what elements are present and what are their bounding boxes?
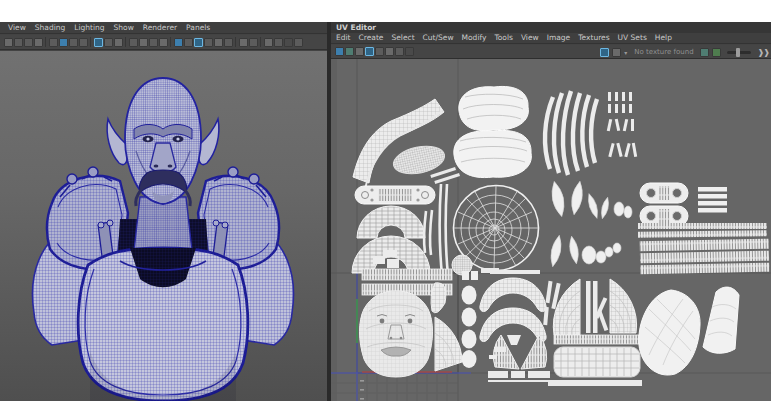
texture-view-icon[interactable] — [600, 48, 609, 57]
uv-menu-select[interactable]: Select — [391, 33, 414, 43]
uv-shell-side-fans[interactable] — [431, 283, 462, 371]
uv-canvas[interactable] — [331, 59, 771, 401]
isolate-icon[interactable] — [174, 38, 183, 47]
frame-icon[interactable] — [405, 47, 414, 56]
uv-menu-uvsets[interactable]: UV Sets — [618, 33, 647, 43]
xray-icon[interactable] — [184, 38, 193, 47]
uv-shell-torso-blobs[interactable] — [454, 86, 532, 177]
expand-chevrons-icon[interactable]: ❱❱ — [758, 48, 769, 57]
motion-blur-icon[interactable] — [159, 38, 168, 47]
viewport-toolbar — [0, 35, 327, 50]
uv-shell-curved-strips[interactable] — [545, 91, 597, 175]
viewport-menu-view[interactable]: View — [8, 23, 26, 33]
uv-menu-create[interactable]: Create — [359, 33, 384, 43]
grid-icon[interactable] — [385, 47, 394, 56]
uv-shell-hatch-bar[interactable] — [554, 335, 640, 344]
uv-toolbar-right: ▾ No texture found ❱❱ — [599, 45, 769, 59]
uv-shell-horseshoes[interactable] — [352, 206, 430, 273]
uv-shell-hatched-band-block[interactable] — [638, 223, 769, 274]
uv-shell-diamond[interactable] — [639, 290, 700, 375]
viewport-menu-renderer[interactable]: Renderer — [143, 23, 177, 33]
uv-shell-ragged-strip[interactable] — [488, 371, 550, 382]
uv-shell-dash-groups[interactable] — [607, 92, 637, 157]
dim-image-icon[interactable] — [395, 47, 404, 56]
uv-menu-modify[interactable]: Modify — [462, 33, 487, 43]
maya-screenshot: { "app": { "name": "Maya", "chrome_color… — [0, 0, 771, 411]
uv-shell-bottom-strip[interactable] — [548, 380, 642, 386]
uv-menu-help[interactable]: Help — [655, 33, 672, 43]
uv-shell-grid-box[interactable] — [554, 347, 640, 377]
select-icon[interactable] — [4, 38, 13, 47]
viewport-menu-show[interactable]: Show — [114, 23, 134, 33]
viewport-panel: View Shading Lighting Show Renderer Pane… — [0, 22, 327, 401]
texture-green-icon[interactable] — [712, 48, 721, 57]
uv-menu-view[interactable]: View — [521, 33, 539, 43]
uv-shell-bar-stack[interactable] — [698, 187, 727, 213]
gamma-icon[interactable] — [214, 38, 223, 47]
uv-editor-panel: UV Editor Edit Create Select Cut/Sew Mod… — [331, 22, 771, 401]
uv-shell-quarter-fans[interactable] — [553, 279, 636, 335]
uv-menu-tools[interactable]: Tools — [494, 33, 512, 43]
rotate-icon[interactable] — [49, 38, 58, 47]
grid-icon[interactable] — [249, 38, 258, 47]
viewport-menubar: View Shading Lighting Show Renderer Pane… — [0, 22, 327, 34]
checker-map-icon[interactable] — [365, 47, 374, 56]
exposure-slider[interactable] — [727, 51, 751, 54]
uv-shell-bent-strap[interactable] — [353, 99, 444, 189]
uv-menu-edit[interactable]: Edit — [336, 33, 351, 43]
gate-mask-icon[interactable] — [284, 38, 293, 47]
uv-shell-blob-column[interactable] — [462, 271, 479, 368]
viewport-menu-panels[interactable]: Panels — [186, 23, 210, 33]
gradient-icon[interactable] — [224, 38, 233, 47]
lighting-icon[interactable] — [129, 38, 138, 47]
shadows-icon[interactable] — [139, 38, 148, 47]
textured-icon[interactable] — [114, 38, 123, 47]
shaded-icon[interactable] — [104, 38, 113, 47]
uv-shell-fan[interactable] — [703, 287, 739, 353]
uv-distortion-icon[interactable] — [355, 47, 364, 56]
uv-shell-leaf-cluster[interactable] — [548, 180, 632, 267]
pixel-snap-icon[interactable] — [375, 47, 384, 56]
snap-grid-icon[interactable] — [69, 38, 78, 47]
uv-shade-icon[interactable] — [345, 47, 354, 56]
image-display-icon[interactable] — [612, 48, 621, 57]
uv-grid-icon[interactable] — [335, 47, 344, 56]
safe-action-icon[interactable] — [294, 38, 303, 47]
lasso-icon[interactable] — [14, 38, 23, 47]
move-icon[interactable] — [34, 38, 43, 47]
uv-editor-title: UV Editor — [336, 23, 376, 32]
film-gate-icon[interactable] — [264, 38, 273, 47]
snap-curve-icon[interactable] — [79, 38, 88, 47]
uv-editor-titlebar[interactable]: UV Editor — [331, 22, 771, 33]
joints-icon[interactable] — [194, 38, 203, 47]
wireframe-icon[interactable] — [94, 38, 103, 47]
uv-menu-cutsew[interactable]: Cut/Sew — [423, 33, 454, 43]
ao-icon[interactable] — [149, 38, 158, 47]
viewport-canvas[interactable] — [0, 51, 327, 401]
scale-icon[interactable] — [59, 38, 68, 47]
app-window: View Shading Lighting Show Renderer Pane… — [0, 22, 771, 401]
paint-select-icon[interactable] — [24, 38, 33, 47]
orc-model[interactable] — [0, 51, 327, 401]
viewport-menu-shading[interactable]: Shading — [35, 23, 65, 33]
uv-shell-capsule-buttons[interactable] — [355, 186, 435, 204]
refresh-icon[interactable] — [700, 48, 709, 57]
texture-status: No texture found — [634, 48, 693, 56]
image-plane-icon[interactable] — [239, 38, 248, 47]
viewport-menu-lighting[interactable]: Lighting — [74, 23, 104, 33]
exposure-icon[interactable] — [204, 38, 213, 47]
res-gate-icon[interactable] — [274, 38, 283, 47]
uv-shell-face[interactable] — [360, 291, 433, 377]
uv-menu-textures[interactable]: Textures — [578, 33, 609, 43]
uv-menu-image[interactable]: Image — [547, 33, 571, 43]
uv-shell-collar-arches[interactable] — [480, 268, 561, 345]
dropdown-caret-icon[interactable]: ▾ — [624, 49, 627, 56]
uv-shell-hole-capsules[interactable] — [640, 183, 688, 226]
uv-shell-slant-strips[interactable] — [430, 167, 460, 184]
uv-editor-menubar: Edit Create Select Cut/Sew Modify Tools … — [331, 33, 771, 44]
